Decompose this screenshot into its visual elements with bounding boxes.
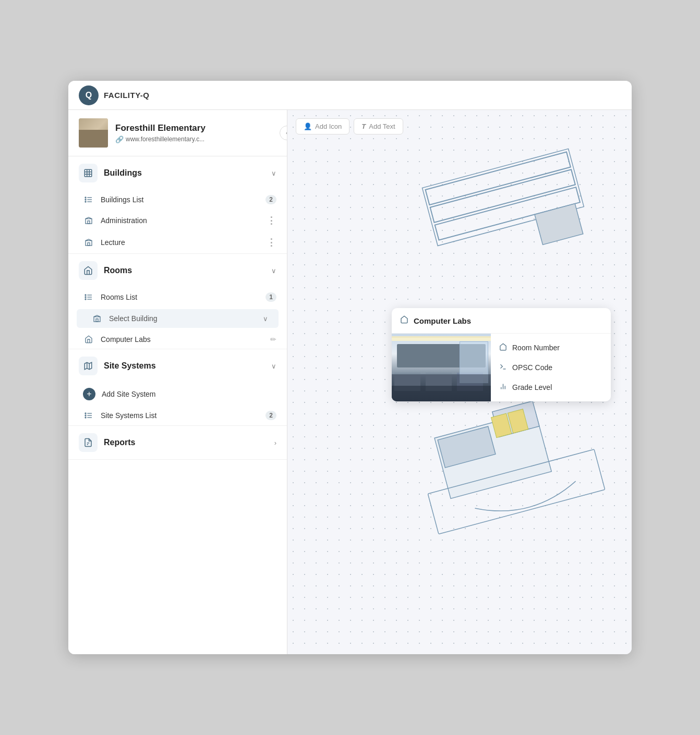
sidebar-item-buildings-list[interactable]: Buildings List 2 xyxy=(68,190,287,210)
app-title: FACILITY-Q xyxy=(104,91,150,100)
reports-section-icon xyxy=(79,433,98,452)
select-building-icon xyxy=(91,314,103,323)
svg-rect-38 xyxy=(535,204,583,245)
reports-chevron-icon: › xyxy=(274,439,276,447)
svg-point-19 xyxy=(85,297,86,298)
select-building-chevron-icon: ∨ xyxy=(263,315,268,323)
add-text-button[interactable]: T Add Text xyxy=(354,118,403,134)
svg-rect-14 xyxy=(88,243,90,246)
svg-rect-0 xyxy=(85,169,92,177)
rooms-list-icon xyxy=(83,293,94,301)
opsc-code-icon xyxy=(499,363,507,372)
computer-labs-label: Computer Labs xyxy=(101,335,264,344)
svg-point-18 xyxy=(85,295,86,296)
site-systems-section: Site Systems ∨ + Add Site System xyxy=(68,349,287,426)
add-icon-person-icon: 👤 xyxy=(304,123,312,130)
school-url: 🔗 www.foresthillelementary.c... xyxy=(115,136,276,143)
computer-labs-popup: Computer Labs xyxy=(392,308,611,401)
sidebar-item-administration[interactable]: Administration ⋮ xyxy=(68,210,287,231)
school-name: Foresthill Elementary xyxy=(115,123,276,133)
add-text-type-icon: T xyxy=(361,123,366,130)
popup-classroom-image xyxy=(392,334,491,401)
computer-labs-edit-icon[interactable]: ✏ xyxy=(270,335,276,344)
sidebar-item-lecture[interactable]: Lecture ⋮ xyxy=(68,231,287,253)
add-icon-button[interactable]: 👤 Add Icon xyxy=(296,118,349,134)
administration-label: Administration xyxy=(101,216,260,225)
site-systems-section-title: Site Systems xyxy=(104,361,265,371)
rooms-section: Rooms ∨ Rooms List 1 xyxy=(68,254,287,349)
select-building-label: Select Building xyxy=(109,314,257,323)
map-area: 👤 Add Icon T Add Text xyxy=(287,110,632,654)
site-systems-section-header[interactable]: Site Systems ∨ xyxy=(68,349,287,383)
add-site-system-label: Add Site System xyxy=(102,390,276,398)
svg-point-29 xyxy=(85,413,86,414)
room-number-icon xyxy=(499,343,507,352)
add-site-system-plus-icon: + xyxy=(83,388,95,400)
svg-point-20 xyxy=(85,299,86,300)
svg-rect-22 xyxy=(96,319,98,322)
popup-header-room-icon xyxy=(400,315,408,326)
opsc-code-label: OPSC Code xyxy=(512,363,552,372)
popup-body: Room Number OPSC Code xyxy=(392,334,611,401)
buildings-section-title: Buildings xyxy=(104,168,265,178)
school-header: Foresthill Elementary 🔗 www.foresthillel… xyxy=(68,110,287,156)
administration-menu-icon[interactable]: ⋮ xyxy=(267,215,276,226)
lecture-label: Lecture xyxy=(101,238,260,247)
rooms-section-icon xyxy=(79,261,98,280)
site-systems-list-label: Site Systems List xyxy=(101,411,259,420)
school-info: Foresthill Elementary 🔗 www.foresthillel… xyxy=(115,123,276,143)
select-building-row[interactable]: Select Building ∨ xyxy=(77,309,279,328)
buildings-section-icon xyxy=(79,164,98,182)
top-bar: Q FACILITY-Q xyxy=(68,81,632,110)
buildings-list-label: Buildings List xyxy=(101,195,259,204)
lecture-menu-icon[interactable]: ⋮ xyxy=(267,237,276,248)
app-logo: Q xyxy=(79,85,99,105)
reports-section-title: Reports xyxy=(104,438,268,447)
sidebar-item-rooms-list[interactable]: Rooms List 1 xyxy=(68,287,287,307)
sidebar-item-computer-labs[interactable]: Computer Labs ✏ xyxy=(68,330,287,349)
rooms-section-header[interactable]: Rooms ∨ xyxy=(68,254,287,287)
buildings-chevron-icon: ∨ xyxy=(271,169,276,177)
school-thumbnail xyxy=(79,118,108,148)
site-systems-list-icon xyxy=(83,411,94,420)
rooms-section-title: Rooms xyxy=(104,266,265,275)
main-content: Foresthill Elementary 🔗 www.foresthillel… xyxy=(68,110,632,654)
grade-level-icon xyxy=(499,383,507,392)
popup-action-opsc-code[interactable]: OPSC Code xyxy=(491,358,611,377)
svg-rect-34 xyxy=(426,152,571,205)
sidebar-item-add-site-system[interactable]: + Add Site System xyxy=(68,383,287,406)
administration-building-icon xyxy=(83,216,94,225)
lecture-building-icon xyxy=(83,238,94,247)
computer-labs-room-icon xyxy=(83,335,94,344)
svg-point-31 xyxy=(85,417,86,418)
site-systems-list-badge: 2 xyxy=(265,411,276,420)
buildings-section: Buildings ∨ Buildings List 2 xyxy=(68,156,287,254)
svg-point-9 xyxy=(85,199,86,200)
room-number-label: Room Number xyxy=(512,344,560,352)
reports-section: Reports › xyxy=(68,426,287,460)
link-icon: 🔗 xyxy=(115,136,124,143)
popup-action-room-number[interactable]: Room Number xyxy=(491,338,611,358)
popup-title: Computer Labs xyxy=(414,316,471,325)
buildings-list-badge: 2 xyxy=(265,195,276,204)
svg-point-10 xyxy=(85,201,86,202)
app-window: Q FACILITY-Q Foresthill Elementary 🔗 www… xyxy=(68,81,632,654)
popup-actions: Room Number OPSC Code xyxy=(491,334,611,401)
sidebar: Foresthill Elementary 🔗 www.foresthillel… xyxy=(68,110,287,654)
rooms-chevron-icon: ∨ xyxy=(271,267,276,275)
sidebar-item-site-systems-list[interactable]: Site Systems List 2 xyxy=(68,406,287,425)
svg-rect-12 xyxy=(88,221,90,224)
list-icon xyxy=(83,195,94,204)
rooms-list-label: Rooms List xyxy=(101,293,259,301)
popup-header: Computer Labs xyxy=(392,308,611,334)
grade-level-label: Grade Level xyxy=(512,383,552,391)
svg-point-8 xyxy=(85,197,86,198)
site-systems-chevron-icon: ∨ xyxy=(271,362,276,370)
popup-action-grade-level[interactable]: Grade Level xyxy=(491,377,611,397)
rooms-list-badge: 1 xyxy=(265,292,276,302)
reports-section-header[interactable]: Reports › xyxy=(68,426,287,459)
site-systems-section-icon xyxy=(79,357,98,375)
svg-marker-23 xyxy=(85,362,92,370)
buildings-section-header[interactable]: Buildings ∨ xyxy=(68,156,287,190)
sidebar-collapse-button[interactable]: ‹ xyxy=(280,126,287,140)
